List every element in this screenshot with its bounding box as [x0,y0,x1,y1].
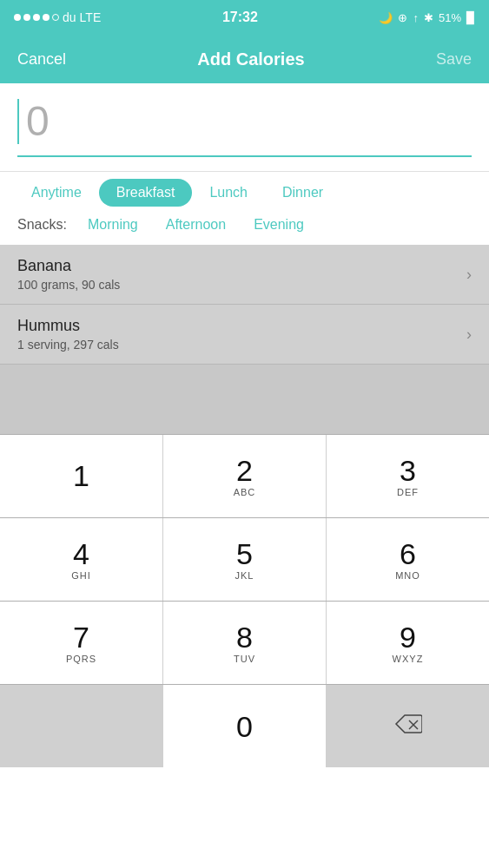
food-item-hummus-info: Hummus 1 serving, 297 cals [17,317,119,352]
key-8[interactable]: 8 TUV [163,602,327,684]
carrier-label: du [63,10,76,24]
snack-tab-evening[interactable]: Evening [240,214,318,236]
dot3 [33,14,40,21]
key-5-num: 5 [236,539,253,569]
food-list: Banana 100 grams, 90 cals › Hummus 1 ser… [0,245,489,434]
keypad-row-2: 4 GHI 5 JKL 6 MNO [0,517,489,601]
key-6-letters: MNO [395,570,420,581]
food-list-empty-space [0,365,489,434]
keypad: 1 2 ABC 3 DEF 4 GHI 5 JKL 6 MNO 7 PQRS [0,434,489,767]
key-7[interactable]: 7 PQRS [0,602,163,684]
keypad-row-3: 7 PQRS 8 TUV 9 WXYZ [0,601,489,684]
key-4-letters: GHI [71,570,91,581]
network-label: LTE [80,10,102,24]
key-8-num: 8 [236,622,253,652]
main-tabs-row: Anytime Breakfast Lunch Dinner [14,179,475,207]
snack-tab-afternoon[interactable]: Afternoon [152,214,240,236]
key-9-num: 9 [400,622,416,652]
food-item-banana-name: Banana [17,257,120,275]
chevron-right-icon: › [466,266,472,284]
key-9[interactable]: 9 WXYZ [327,602,489,684]
key-empty [0,685,163,767]
snack-tabs-row: Snacks: Morning Afternoon Evening [14,214,475,236]
key-3[interactable]: 3 DEF [327,435,489,517]
key-1[interactable]: 1 [0,435,163,517]
status-right: 🌙 ⊕ ↑ ✱ 51% ▉ [379,11,475,24]
dot1 [14,14,21,21]
key-3-num: 3 [400,456,416,485]
key-backspace[interactable] [327,685,489,767]
key-0[interactable]: 0 [163,685,327,767]
chevron-right-icon-2: › [466,326,472,344]
page-title: Add Calories [197,49,304,69]
moon-icon: 🌙 [379,11,393,24]
dot4 [43,14,50,21]
nav-bar: Cancel Add Calories Save [0,35,489,83]
key-7-num: 7 [73,622,89,652]
backspace-icon [394,713,422,740]
key-2-num: 2 [236,456,253,485]
key-7-letters: PQRS [66,654,96,664]
calorie-input[interactable]: 0 [26,97,50,145]
tab-breakfast[interactable]: Breakfast [99,179,193,207]
food-item-hummus-detail: 1 serving, 297 cals [17,338,119,352]
food-item-hummus-name: Hummus [17,317,119,335]
tab-lunch[interactable]: Lunch [192,179,265,207]
food-item-hummus[interactable]: Hummus 1 serving, 297 cals › [0,305,489,365]
calorie-input-wrapper: 0 [17,97,472,157]
keypad-row-bottom: 0 [0,684,489,767]
status-left: du LTE [14,10,101,24]
food-item-banana-info: Banana 100 grams, 90 cals [17,257,120,292]
tab-dinner[interactable]: Dinner [265,179,340,207]
signal-dots [14,14,59,21]
battery-label: 51% [439,11,461,24]
meal-tabs: Anytime Breakfast Lunch Dinner Snacks: M… [0,172,489,245]
key-2[interactable]: 2 ABC [163,435,327,517]
snack-tab-morning[interactable]: Morning [74,214,152,236]
food-item-banana[interactable]: Banana 100 grams, 90 cals › [0,245,489,305]
key-8-letters: TUV [234,654,255,664]
save-button[interactable]: Save [436,50,472,69]
key-0-num: 0 [236,712,253,741]
arrow-icon: ↑ [413,11,419,24]
key-2-letters: ABC [234,487,256,497]
cursor-line [17,99,19,144]
dot2 [23,14,30,21]
keypad-row-1: 1 2 ABC 3 DEF [0,434,489,517]
key-4[interactable]: 4 GHI [0,518,163,601]
key-6-num: 6 [400,539,416,569]
key-5[interactable]: 5 JKL [163,518,327,601]
key-5-letters: JKL [235,570,254,581]
status-bar: du LTE 17:32 🌙 ⊕ ↑ ✱ 51% ▉ [0,0,489,35]
cancel-button[interactable]: Cancel [17,50,66,69]
snacks-label: Snacks: [17,217,67,233]
key-4-num: 4 [73,539,89,569]
dot5 [52,14,59,21]
key-6[interactable]: 6 MNO [327,518,489,601]
key-1-num: 1 [73,461,89,490]
food-item-banana-detail: 100 grams, 90 cals [17,278,120,292]
status-time: 17:32 [222,10,258,25]
battery-icon: ▉ [466,11,475,24]
tab-anytime[interactable]: Anytime [14,179,99,207]
key-3-letters: DEF [397,487,419,497]
input-area: 0 [0,83,489,172]
location-icon: ⊕ [398,11,407,24]
bluetooth-icon: ✱ [424,11,433,24]
key-9-letters: WXYZ [393,654,424,664]
